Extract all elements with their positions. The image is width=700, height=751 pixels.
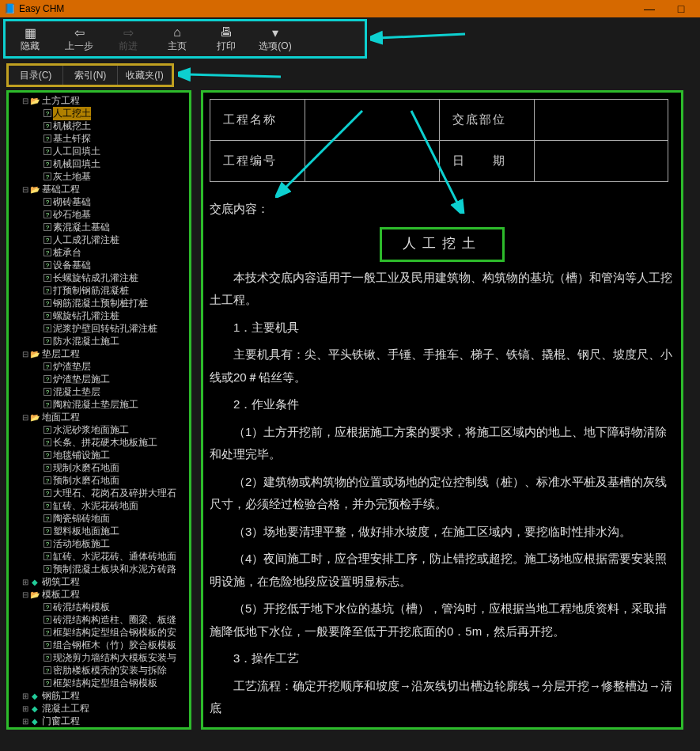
expand-toggle-icon[interactable]: ⊞ — [21, 730, 29, 730]
expand-toggle-icon[interactable]: ⊞ — [21, 717, 29, 726]
tree-topic[interactable]: ?水泥砂浆地面施工 — [10, 423, 187, 436]
tree-topic[interactable]: ?砖混结构模板 — [10, 601, 187, 613]
tab-contents[interactable]: 目录(C) — [9, 66, 63, 85]
tree-topic[interactable]: ?陶粒混凝土垫层施工 — [10, 398, 187, 411]
tree-topic[interactable]: ?素混凝土基础 — [10, 221, 187, 233]
tree-topic[interactable]: ?预制混凝土板块和水泥方砖路 — [10, 563, 187, 575]
tree-topic[interactable]: ?防水混凝土施工 — [10, 335, 187, 347]
tree-topic[interactable]: ?机械回填土 — [10, 157, 187, 170]
tree-label: 现制水磨石地面 — [53, 461, 119, 475]
tree-topic[interactable]: ?长条、拼花硬木地板施工 — [10, 436, 187, 449]
help-page-icon: ? — [44, 679, 51, 687]
tree-topic[interactable]: ?地毯铺设施工 — [10, 449, 187, 461]
help-page-icon: ? — [44, 236, 51, 244]
expand-toggle-icon[interactable]: ⊞ — [21, 692, 29, 700]
help-page-icon: ? — [44, 426, 51, 434]
expand-toggle-icon[interactable]: ⊞ — [21, 704, 29, 713]
tree-topic[interactable]: ?砌砖基础 — [10, 195, 187, 208]
tree-folder[interactable]: ⊞◆装饰工程 — [10, 727, 187, 730]
tree-topic[interactable]: ?炉渣垫层 — [10, 360, 187, 373]
tree-topic[interactable]: ?螺旋钻孔灌注桩 — [10, 309, 187, 322]
tree-topic[interactable]: ?钢筋混凝土预制桩打桩 — [10, 297, 187, 309]
tree-topic[interactable]: ?砂石地基 — [10, 208, 187, 221]
tree-label: 预制混凝土板块和水泥方砖路 — [53, 563, 176, 576]
folder-open-icon: 📂 — [29, 184, 40, 194]
book-closed-icon: ◆ — [29, 577, 40, 586]
tree-topic[interactable]: ?塑料板地面施工 — [10, 525, 187, 537]
tree-topic[interactable]: ?打预制钢筋混凝桩 — [10, 284, 187, 297]
tree-folder[interactable]: ⊞◆砌筑工程 — [10, 575, 187, 588]
tree-topic[interactable]: ?人工回填土 — [10, 145, 187, 157]
toolbar-home-button[interactable]: ⌂主页 — [153, 21, 202, 56]
tree-label: 防水混凝土施工 — [53, 335, 119, 348]
tree-topic[interactable]: ?缸砖、水泥花砖地面 — [10, 499, 187, 512]
tree-topic[interactable]: ?人工挖土 — [10, 107, 187, 119]
tree-topic[interactable]: ?密肋楼板模壳的安装与拆除 — [10, 664, 187, 677]
toolbar-back-button[interactable]: ⇦上一步 — [55, 21, 104, 56]
expand-toggle-icon[interactable]: ⊟ — [21, 185, 29, 194]
intro-label: 交底内容： — [210, 198, 675, 221]
toolbar-options-button[interactable]: ▾选项(O) — [251, 21, 300, 56]
tree-topic[interactable]: ?桩承台 — [10, 246, 187, 259]
tree-topic[interactable]: ?机械挖土 — [10, 119, 187, 132]
tree-topic[interactable]: ?预制水磨石地面 — [10, 474, 187, 487]
tree-topic[interactable]: ?砖混结构构造柱、圈梁、板缝 — [10, 613, 187, 626]
tree-topic[interactable]: ?组合钢框木（竹）胶合板模板 — [10, 639, 187, 651]
para: （4）夜间施工时，应合理安排工序，防止错挖或超挖。施工场地应根据需要安装照明设施… — [210, 548, 675, 593]
tree-topic[interactable]: ?长螺旋钻成孔灌注桩 — [10, 271, 187, 284]
tree-folder[interactable]: ⊟📂垫层工程 — [10, 347, 187, 360]
tree-topic[interactable]: ?缸砖、水泥花砖、通体砖地面 — [10, 550, 187, 563]
tree-folder[interactable]: ⊟📂模板工程 — [10, 588, 187, 601]
expand-toggle-icon[interactable]: ⊟ — [21, 413, 29, 422]
tree-label: 活动地板施工 — [53, 537, 110, 551]
tree-folder[interactable]: ⊟📂土方工程 — [10, 94, 187, 107]
tree-topic[interactable]: ?陶瓷锦砖地面 — [10, 512, 187, 525]
expand-toggle-icon[interactable]: ⊞ — [21, 578, 29, 586]
help-page-icon: ? — [44, 223, 51, 231]
tree-topic[interactable]: ?大理石、花岗石及碎拼大理石 — [10, 487, 187, 499]
tab-index[interactable]: 索引(N) — [63, 66, 118, 85]
tree-topic[interactable]: ?灰土地基 — [10, 170, 187, 183]
tree-topic[interactable]: ?基土钎探 — [10, 132, 187, 145]
tree-label: 垫层工程 — [42, 347, 80, 361]
tree-topic[interactable]: ?框架结构定型组合钢模板 — [10, 677, 187, 689]
expand-toggle-icon[interactable]: ⊟ — [21, 590, 29, 599]
tree-label: 砂石地基 — [53, 208, 91, 222]
tree-topic[interactable]: ?泥浆护壁回转钻孔灌注桩 — [10, 322, 187, 335]
tree-topic[interactable]: ?人工成孔灌注桩 — [10, 233, 187, 246]
toolbar-forward-button: ⇨前进 — [104, 21, 153, 56]
app-icon: 📘 — [3, 2, 16, 15]
tree-topic[interactable]: ?活动地板施工 — [10, 537, 187, 550]
maximize-button[interactable]: □ — [665, 2, 697, 15]
help-page-icon: ? — [44, 628, 51, 636]
expand-toggle-icon[interactable]: ⊟ — [21, 97, 29, 105]
minimize-button[interactable]: — — [634, 2, 665, 15]
tree-topic[interactable]: ?框架结构定型组合钢模板的安 — [10, 626, 187, 639]
annotation-arrow-icon — [370, 22, 473, 46]
tree-topic[interactable]: ?炉渣垫层施工 — [10, 373, 187, 385]
tree-topic[interactable]: ?混凝土垫层 — [10, 385, 187, 398]
help-page-icon: ? — [44, 666, 51, 674]
tree-topic[interactable]: ?现浇剪力墙结构大模板安装与 — [10, 651, 187, 664]
tree-folder[interactable]: ⊞◆钢筋工程 — [10, 689, 187, 702]
tree-folder[interactable]: ⊟📂基础工程 — [10, 183, 187, 195]
tree-label: 大理石、花岗石及碎拼大理石 — [53, 487, 176, 500]
toolbar-print-button[interactable]: 🖶打印 — [202, 21, 251, 56]
toolbar-icon: 🖶 — [220, 25, 233, 40]
toolbar-icon: ⇦ — [74, 25, 85, 40]
tree-folder[interactable]: ⊞◆门窗工程 — [10, 715, 187, 727]
tree-topic[interactable]: ?设备基础 — [10, 259, 187, 271]
help-page-icon: ? — [44, 540, 51, 548]
toolbar-hide-button[interactable]: ▦隐藏 — [6, 21, 55, 56]
cell-location-label: 交底部位 — [440, 100, 535, 141]
expand-toggle-icon[interactable]: ⊟ — [21, 350, 29, 358]
tree-folder[interactable]: ⊟📂地面工程 — [10, 411, 187, 423]
tree-label: 混凝土工程 — [42, 702, 89, 715]
tab-favorites[interactable]: 收藏夹(I) — [118, 66, 172, 85]
help-page-icon: ? — [44, 527, 51, 535]
tree-label: 素混凝土基础 — [53, 221, 110, 234]
tree-view[interactable]: ⊟📂土方工程?人工挖土?机械挖土?基土钎探?人工回填土?机械回填土?灰土地基⊟📂… — [6, 90, 191, 730]
tree-folder[interactable]: ⊞◆混凝土工程 — [10, 702, 187, 715]
tree-label: 人工成孔灌注桩 — [53, 233, 119, 247]
tree-topic[interactable]: ?现制水磨石地面 — [10, 461, 187, 474]
